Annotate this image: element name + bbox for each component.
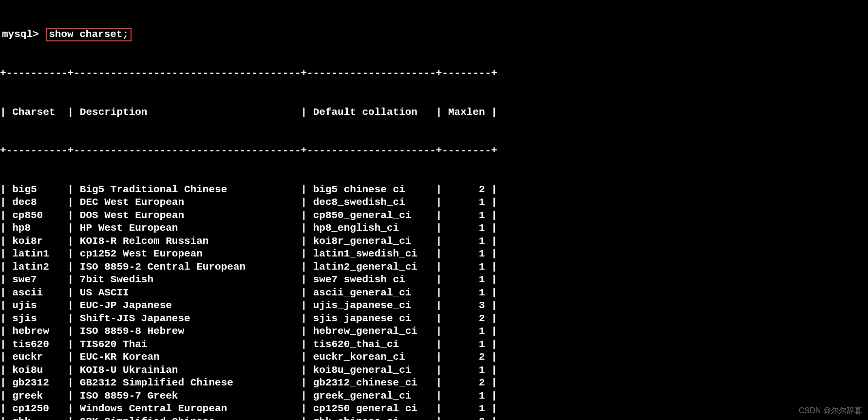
command-highlight[interactable]: show charset; [46,28,132,41]
table-row: | big5 | Big5 Traditional Chinese | big5… [0,183,868,197]
table-row: | sjis | Shift-JIS Japanese | sjis_japan… [0,312,868,326]
table-row: | latin1 | cp1252 West European | latin1… [0,248,868,261]
table-row: | swe7 | 7bit Swedish | swe7_swedish_ci … [0,274,868,287]
table-row: | latin2 | ISO 8859-2 Central European |… [0,261,868,274]
table-row: | koi8r | KOI8-R Relcom Russian | koi8r_… [0,235,868,248]
table-row: | ujis | EUC-JP Japanese | ujis_japanese… [0,299,868,312]
watermark: CSDN @尔尔辞暮 [799,404,862,418]
table-row: | gbk | GBK Simplified Chinese | gbk_chi… [0,416,868,420]
table-row: | gb2312 | GB2312 Simplified Chinese | g… [0,377,868,390]
terminal-output: mysql> show charset; +----------+-------… [0,0,868,420]
table-row: | ascii | US ASCII | ascii_general_ci | … [0,287,868,300]
table-border-top: +----------+----------------------------… [0,67,868,80]
table-row: | hp8 | HP West European | hp8_english_c… [0,222,868,235]
table-row: | cp1250 | Windows Central European | cp… [0,402,868,416]
table-row: | cp850 | DOS West European | cp850_gene… [0,209,868,222]
table-body: | big5 | Big5 Traditional Chinese | big5… [0,183,868,420]
table-row: | greek | ISO 8859-7 Greek | greek_gener… [0,390,868,403]
table-row: | tis620 | TIS620 Thai | tis620_thai_ci … [0,338,868,351]
table-row: | euckr | EUC-KR Korean | euckr_korean_c… [0,351,868,364]
table-row: | hebrew | ISO 8859-8 Hebrew | hebrew_ge… [0,325,868,338]
mysql-prompt: mysql> [2,29,39,40]
table-header-row: | Charset | Description | Default collat… [0,106,868,119]
table-border-mid: +----------+----------------------------… [0,145,868,158]
table-row: | dec8 | DEC West European | dec8_swedis… [0,196,868,209]
prompt-line: mysql> show charset; [0,28,868,41]
table-row: | koi8u | KOI8-U Ukrainian | koi8u_gener… [0,364,868,377]
